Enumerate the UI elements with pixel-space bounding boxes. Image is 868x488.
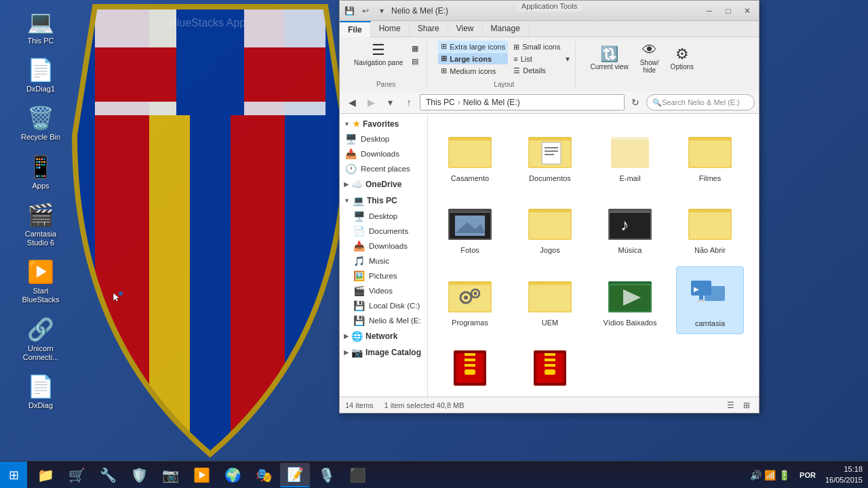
medium-icons-button[interactable]: ⊞ Medium icons bbox=[438, 65, 508, 77]
current-view-button[interactable]: 🔃 Current view bbox=[587, 45, 631, 73]
file-camtasia[interactable]: ▶ camtasia bbox=[676, 266, 744, 334]
extra-large-icons-button[interactable]: ⊞ Extra large icons bbox=[438, 41, 508, 52]
grid-view-button[interactable]: ⊞ bbox=[740, 399, 753, 412]
image-catalog-header[interactable]: ▶ 📷 Image Catalog bbox=[340, 344, 427, 361]
search-box[interactable]: 🔍 Search Nelio & Mel (E:) bbox=[646, 94, 755, 110]
quick-access-undo[interactable]: ↩ bbox=[359, 4, 372, 18]
preview-pane-button[interactable]: ▦ bbox=[409, 43, 421, 54]
taskbar-network-icon[interactable]: 📶 bbox=[764, 470, 776, 481]
file-musica[interactable]: ♪ Música bbox=[596, 194, 664, 260]
file-zip2[interactable] bbox=[516, 340, 584, 396]
file-nao-abrir[interactable]: Não Abrir bbox=[676, 194, 744, 260]
taskbar-app7[interactable]: 🌍 bbox=[218, 463, 248, 487]
up-button[interactable]: ↑ bbox=[401, 94, 417, 110]
file-programas[interactable]: Programas bbox=[436, 266, 504, 334]
file-fotos[interactable]: Fotos bbox=[436, 194, 504, 260]
nav-documents[interactable]: 📄 Documents bbox=[340, 224, 427, 239]
list-view-button[interactable]: ☰ bbox=[724, 399, 737, 412]
taskbar-sound-icon[interactable]: 🔊 bbox=[750, 470, 762, 481]
quick-access-save[interactable]: 💾 bbox=[342, 4, 356, 18]
file-documentos[interactable]: Documentos bbox=[516, 122, 584, 188]
nav-desktop[interactable]: 🖥️ Desktop bbox=[340, 131, 427, 146]
nav-videos[interactable]: 🎬 Videos bbox=[340, 283, 427, 298]
desktop-icon-apps[interactable]: 📱 Apps bbox=[14, 150, 68, 193]
taskbar-mic[interactable]: 🎙️ bbox=[311, 463, 341, 487]
documents-icon: 📄 bbox=[353, 226, 365, 237]
show-hide-button[interactable]: 👁 Show/hide bbox=[635, 41, 665, 76]
file-jogos[interactable]: Jogos bbox=[516, 194, 584, 260]
small-icons-button[interactable]: ⊞ Small icons bbox=[511, 41, 563, 53]
start-button[interactable]: ⊞ bbox=[0, 462, 27, 489]
close-button[interactable]: ✕ bbox=[738, 4, 756, 18]
favorites-header[interactable]: ▼ ★ Favorites bbox=[340, 117, 427, 131]
this-pc-header[interactable]: ▼ 💻 This PC bbox=[340, 192, 427, 209]
tab-home[interactable]: Home bbox=[371, 21, 410, 37]
nav-nelio-mel[interactable]: 💾 Nelio & Mel (E: bbox=[340, 313, 427, 328]
file-email[interactable]: E-mail bbox=[596, 122, 664, 188]
layout-dropdown[interactable]: ▾ bbox=[566, 54, 570, 64]
taskbar-dark[interactable]: ⬛ bbox=[342, 463, 372, 487]
show-hide-label: Show/hide bbox=[640, 59, 659, 74]
nav-downloads2[interactable]: 📥 Downloads bbox=[340, 239, 427, 253]
desktop-icon-unicorn[interactable]: 🔗 Unicorn Connecti... bbox=[14, 313, 68, 365]
svg-point-8 bbox=[119, 291, 123, 296]
back-button[interactable]: ◀ bbox=[344, 94, 360, 110]
nav-pictures[interactable]: 🖼️ Pictures bbox=[340, 268, 427, 283]
nav-music[interactable]: 🎵 Music bbox=[340, 253, 427, 268]
desktop-icon-dxdiag[interactable]: 📄 DxDiag bbox=[14, 370, 68, 413]
nav-pane-label: Navigation pane bbox=[354, 59, 403, 66]
content-area[interactable]: Casamento Documentos E-mai bbox=[428, 114, 759, 396]
medium-icons-label: Medium icons bbox=[450, 67, 496, 75]
taskbar-battery-icon[interactable]: 🔋 bbox=[778, 470, 790, 481]
taskbar-app3[interactable]: 🔧 bbox=[93, 463, 123, 487]
apps-icon: 📱 bbox=[27, 153, 54, 180]
file-vidios-baixados[interactable]: Vídios Baixados bbox=[596, 266, 664, 334]
address-path[interactable]: This PC › Nelio & Mel (E:) bbox=[420, 94, 625, 110]
tab-manage[interactable]: Manage bbox=[483, 21, 529, 37]
list-button[interactable]: ≡ List bbox=[511, 54, 563, 64]
path-part-1: This PC bbox=[426, 98, 455, 107]
dxdiag1-icon: 📄 bbox=[27, 56, 54, 83]
large-icons-button[interactable]: ⊞ Large icons bbox=[438, 53, 508, 64]
desktop-icon-this-pc[interactable]: 💻 This PC bbox=[14, 5, 68, 48]
nav-desktop2[interactable]: 🖥️ Desktop bbox=[340, 209, 427, 224]
nav-local-disk[interactable]: 💾 Local Disk (C:) bbox=[340, 298, 427, 313]
refresh-button[interactable]: ↻ bbox=[627, 94, 644, 110]
favorites-label: Favorites bbox=[363, 119, 399, 129]
file-casamento[interactable]: Casamento bbox=[436, 122, 504, 188]
desktop-icon-camtasia[interactable]: 🎬 Camtasia Studio 6 bbox=[14, 199, 68, 250]
details-button[interactable]: ☰ Details bbox=[511, 65, 563, 77]
quick-access-down[interactable]: ▾ bbox=[375, 4, 389, 18]
desktop-icon-dxdiag1[interactable]: 📄 DxDiag1 bbox=[14, 54, 68, 96]
nav-recent-places[interactable]: 🕐 Recent places bbox=[340, 161, 427, 176]
extra-large-label: Extra large icons bbox=[450, 43, 505, 51]
maximize-button[interactable]: □ bbox=[719, 4, 737, 18]
taskbar-app6[interactable]: ▶️ bbox=[186, 463, 216, 487]
taskbar-word[interactable]: 📝 bbox=[280, 463, 310, 487]
current-view-label: Current view bbox=[590, 63, 628, 70]
taskbar-app8[interactable]: 🎭 bbox=[249, 463, 279, 487]
network-header[interactable]: ▶ 🌐 Network bbox=[340, 328, 427, 344]
taskbar-language[interactable]: POR bbox=[795, 471, 820, 479]
tab-file[interactable]: File bbox=[340, 21, 371, 37]
taskbar-app5[interactable]: 📷 bbox=[155, 463, 185, 487]
nav-downloads[interactable]: 📥 Downloads bbox=[340, 146, 427, 161]
onedrive-header[interactable]: ▶ ☁️ OneDrive bbox=[340, 176, 427, 192]
file-zip1[interactable] bbox=[436, 340, 504, 396]
details-pane-button[interactable]: ▤ bbox=[409, 56, 421, 67]
svg-point-43 bbox=[464, 296, 468, 300]
vidios-icon bbox=[608, 272, 652, 315]
file-uem[interactable]: UEM bbox=[516, 266, 584, 334]
recent-button[interactable]: ▾ bbox=[382, 94, 398, 110]
minimize-button[interactable]: ─ bbox=[701, 4, 718, 18]
tab-share[interactable]: Share bbox=[410, 21, 448, 37]
file-filmes[interactable]: Filmes bbox=[676, 122, 744, 188]
desktop-icon-start-bluestacks[interactable]: ▶️ Start BlueStacks bbox=[14, 256, 68, 307]
taskbar-app4[interactable]: 🛡️ bbox=[124, 463, 154, 487]
taskbar-file-explorer[interactable]: 📁 bbox=[31, 463, 60, 487]
desktop-icon-recycle-bin[interactable]: 🗑️ Recycle Bin bbox=[14, 102, 68, 144]
navigation-pane-button[interactable]: ☰ Navigation pane bbox=[351, 41, 406, 68]
options-button[interactable]: ⚙ Options bbox=[667, 45, 697, 73]
taskbar-store[interactable]: 🛒 bbox=[62, 463, 92, 487]
tab-view[interactable]: View bbox=[448, 21, 483, 37]
